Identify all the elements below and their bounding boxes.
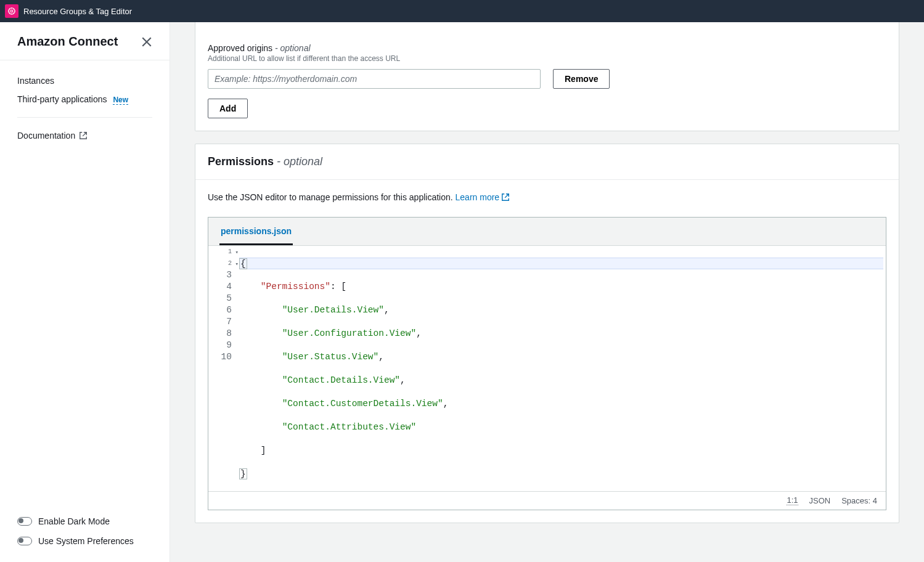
permissions-header: Permissions - optional [195, 144, 899, 180]
resource-groups-icon [7, 7, 16, 15]
dark-mode-row: Enable Dark Mode [17, 511, 152, 531]
learn-more-link[interactable]: Learn more [456, 192, 510, 202]
editor-code[interactable]: { "Permissions": [ "User.Details.View", … [237, 246, 886, 491]
service-name[interactable]: Resource Groups & Tag Editor [23, 7, 132, 16]
code-l3: "User.Details.View" [282, 305, 384, 315]
code-l2-rest: : [ [330, 282, 346, 291]
new-badge: New [113, 96, 128, 105]
sidebar-footer: Enable Dark Mode Use System Preferences [0, 500, 170, 562]
sidebar: Amazon Connect Instances Third-party app… [0, 22, 170, 562]
sidebar-item-documentation[interactable]: Documentation [17, 126, 152, 145]
system-prefs-row: Use System Preferences [17, 531, 152, 551]
sidebar-nav: Instances Third-party applications New D… [0, 60, 170, 500]
approved-origins-panel: Approved origins - optional Additional U… [195, 22, 899, 131]
dark-mode-label: Enable Dark Mode [38, 516, 110, 526]
sidebar-divider [17, 117, 152, 118]
content: Approved origins - optional Additional U… [170, 22, 924, 562]
sidebar-item-instances[interactable]: Instances [17, 71, 152, 90]
editor-tab-permissions[interactable]: permissions.json [219, 218, 293, 245]
external-link-icon [501, 193, 510, 203]
editor-gutter: 1 2 3 4 5 6 7 8 9 10 [208, 246, 237, 491]
code-l9: ] [239, 446, 266, 455]
system-prefs-toggle[interactable] [17, 537, 32, 545]
optional-suffix: - optional [272, 43, 310, 53]
permissions-panel: Permissions - optional Use the JSON edit… [195, 144, 899, 523]
sidebar-header: Amazon Connect [0, 22, 170, 60]
permissions-title: Permissions [208, 155, 274, 168]
sidebar-item-label: Third-party applications [17, 94, 107, 104]
origin-url-input[interactable] [208, 69, 541, 89]
code-l10: } [239, 468, 247, 479]
code-l6: "Contact.Details.View" [282, 375, 400, 385]
permissions-desc-text: Use the JSON editor to manage permission… [208, 192, 456, 202]
code-l8: "Contact.Attributes.View" [282, 422, 417, 432]
sidebar-item-third-party[interactable]: Third-party applications New [17, 90, 152, 108]
optional-suffix: - optional [274, 155, 322, 168]
add-button[interactable]: Add [208, 99, 248, 118]
approved-origins-title: Approved origins - optional [208, 43, 886, 53]
learn-more-text: Learn more [456, 192, 500, 202]
system-prefs-label: Use System Preferences [38, 536, 134, 546]
remove-button[interactable]: Remove [553, 69, 610, 89]
origin-input-row: Remove [208, 69, 886, 89]
sidebar-item-label: Documentation [17, 131, 75, 140]
json-editor: permissions.json 1 2 3 4 5 6 7 8 9 [208, 217, 886, 510]
service-icon [5, 4, 18, 18]
external-link-icon [79, 131, 88, 140]
approved-origins-title-text: Approved origins [208, 43, 272, 53]
sidebar-title: Amazon Connect [17, 35, 118, 49]
svg-point-0 [10, 10, 13, 12]
dark-mode-toggle[interactable] [17, 517, 32, 526]
code-l2-key: "Permissions" [261, 282, 330, 291]
editor-body[interactable]: 1 2 3 4 5 6 7 8 9 10 { "Permissions": [ [208, 246, 886, 491]
code-l7: "Contact.CustomerDetails.View" [282, 399, 443, 409]
editor-tabs: permissions.json [208, 218, 886, 246]
close-icon[interactable] [141, 36, 152, 47]
topbar: Resource Groups & Tag Editor [0, 0, 924, 22]
code-l4: "User.Configuration.View" [282, 328, 417, 338]
permissions-desc: Use the JSON editor to manage permission… [208, 192, 886, 203]
approved-origins-desc: Additional URL to allow list if differen… [208, 54, 886, 63]
code-l5: "User.Status.View" [282, 352, 379, 362]
code-l1: { [239, 258, 247, 269]
